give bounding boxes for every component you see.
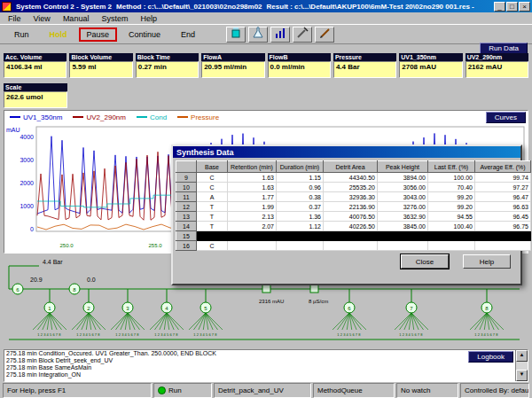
legend-cond: Cond <box>137 113 167 121</box>
close-dialog-button[interactable]: Close <box>401 254 449 269</box>
column-header[interactable]: Detrit Area <box>324 161 378 173</box>
y-axis-unit: mAU <box>6 127 20 133</box>
x-tick-label: 255.0 <box>148 243 162 248</box>
column-header[interactable]: Peak Height <box>378 161 428 173</box>
menu-manual[interactable]: Manual <box>57 14 96 23</box>
pen-icon-button[interactable] <box>315 27 334 43</box>
table-row[interactable]: 11A1.770.3832936.303043.0099.2096.47 <box>176 192 531 202</box>
data-cell: 3845.00 <box>378 222 428 231</box>
data-cell: 0.37 <box>277 202 324 212</box>
curves-button[interactable]: Curves <box>486 112 526 123</box>
data-cell: 99.74 <box>475 173 531 183</box>
data-cell <box>228 241 277 251</box>
data-cell: 96.75 <box>475 222 531 231</box>
minimize-button[interactable]: _ <box>494 2 505 12</box>
table-row[interactable]: 12T1.990.3722136.903276.0099.2096.63 <box>176 202 531 212</box>
monitor-block-volume: Block Volume5.59 ml <box>69 53 132 78</box>
menu-system[interactable]: System <box>95 14 134 23</box>
scroll-up-icon[interactable]: ▲ <box>516 350 528 362</box>
hold-button[interactable]: Hold <box>41 27 76 42</box>
run-button[interactable]: Run <box>5 27 38 42</box>
uv1_350nm-legend-dash <box>10 116 20 118</box>
log-line: 275.18 min Condition_Occured. UV1 Greate… <box>4 350 528 357</box>
data-cell: 94.55 <box>428 212 475 222</box>
help-button[interactable]: Help <box>463 254 511 269</box>
data-cell: 1.63 <box>228 173 277 183</box>
column-header[interactable]: Retention (min) <box>228 161 277 173</box>
dialog-title: Synthesis Data <box>176 148 234 157</box>
data-cell: 70.40 <box>428 183 475 192</box>
data-cell: 3043.00 <box>378 192 428 202</box>
monitor-flowa: FlowA20.95 ml/min <box>201 53 264 78</box>
logbook-panel: 275.18 min Condition_Occured. UV1 Greate… <box>4 349 528 382</box>
column-header[interactable]: Base <box>197 161 228 173</box>
data-cell: 1.63 <box>228 183 277 192</box>
window-title: System Control 2 - System 2 <box>16 3 112 11</box>
data-cell <box>475 231 531 241</box>
row-number[interactable]: 16 <box>176 241 197 251</box>
table-row[interactable]: 14T2.071.1240226.503845.00100.4096.75 <box>176 222 531 231</box>
pen-icon <box>318 27 331 42</box>
pause-button[interactable]: Pause <box>79 27 118 42</box>
logbook-button[interactable]: Logbook <box>468 351 513 363</box>
menu-view[interactable]: View <box>27 14 57 23</box>
bar-chart-icon-button[interactable] <box>270 27 290 43</box>
column-header[interactable]: Average Eff. (%) <box>475 161 531 173</box>
panel-label: Pressure <box>333 53 396 61</box>
base-cell: T <box>197 212 228 222</box>
data-cell: 3632.90 <box>378 212 428 222</box>
column-header[interactable]: Last Eff. (%) <box>428 161 475 173</box>
row-number[interactable]: 11 <box>176 192 197 202</box>
flask-icon-button[interactable] <box>248 27 268 43</box>
continue-button[interactable]: Continue <box>120 27 169 42</box>
table-row[interactable]: 9C1.631.1544340.503894.00100.0099.74 <box>176 173 531 183</box>
maximize-button[interactable]: □ <box>506 2 518 12</box>
table-corner <box>176 161 197 173</box>
uv-monitor-node <box>262 285 270 293</box>
monitor-block-time: Block Time0.27 min <box>136 53 199 78</box>
row-number[interactable]: 12 <box>176 202 197 212</box>
table-row[interactable]: 16C <box>176 241 531 251</box>
row-number[interactable]: 15 <box>176 231 197 241</box>
beaker-icon-button[interactable] <box>226 27 246 43</box>
dialog-titlebar[interactable]: Synthesis Data <box>173 146 520 158</box>
run-state-label: Run <box>168 386 182 394</box>
legend-pressure: Pressure <box>177 113 219 121</box>
status-controlled-by: Controlled By: default <box>460 383 529 398</box>
row-number[interactable]: 14 <box>176 222 197 231</box>
panel-label: Scale <box>4 83 67 91</box>
data-cell <box>277 241 324 251</box>
syringe-icon-button[interactable] <box>293 27 312 43</box>
column-header[interactable]: Duration (min) <box>277 161 324 173</box>
port-numbers: 12345678 <box>76 332 100 337</box>
logbook-scrollbar[interactable]: ▲ ▼ <box>515 350 528 381</box>
status-bar: For Help, press F1 Run Detrit_pack_and_U… <box>0 382 532 398</box>
data-cell: 96.45 <box>475 212 531 222</box>
data-cell: 99.20 <box>428 202 475 212</box>
flow-b-readout: 0.0 <box>87 277 96 283</box>
uv2_290nm-legend-dash <box>73 116 83 118</box>
monitor-acc-volume: Acc. Volume4106.34 ml <box>4 53 66 78</box>
toolbar: RunHoldPauseContinueEnd <box>0 24 532 44</box>
y-tick-label: 3000 <box>20 157 34 163</box>
end-button[interactable]: End <box>172 27 204 42</box>
data-cell: 1.15 <box>277 173 324 183</box>
scroll-down-icon[interactable]: ▼ <box>516 370 528 381</box>
app-window: System Control 2 - System 2 Method : c:\… <box>0 0 532 398</box>
status-run-state: Run <box>153 383 212 398</box>
close-button[interactable]: × <box>519 2 530 12</box>
panel-label: Acc. Volume <box>4 53 66 61</box>
legend-label: UV2_290nm <box>86 113 125 121</box>
table-row[interactable]: 15 <box>176 231 531 241</box>
row-number[interactable]: 10 <box>176 183 197 192</box>
table-row[interactable]: 13T2.131.3640076.503632.9094.5596.45 <box>176 212 531 222</box>
status-watch: No watch <box>396 383 458 398</box>
cond-diagram-readout: 8 µS/cm <box>309 299 328 304</box>
flask-icon <box>252 27 264 42</box>
table-row[interactable]: 10C1.630.9625535.203056.0070.4097.27 <box>176 183 531 192</box>
row-number[interactable]: 9 <box>176 173 197 183</box>
base-cell: A <box>197 192 228 202</box>
menu-help[interactable]: Help <box>134 14 163 23</box>
row-number[interactable]: 13 <box>176 212 197 222</box>
menu-file[interactable]: File <box>2 14 27 23</box>
